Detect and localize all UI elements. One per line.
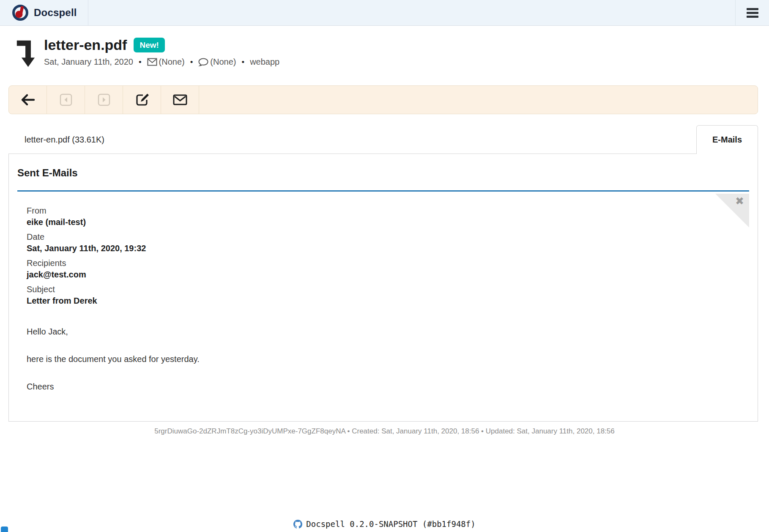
item-date: Sat, January 11th, 2020 [44,57,133,67]
envelope-icon [147,58,157,66]
from-value: eike (mail-test) [27,217,749,228]
recipients-label: Recipients [27,258,749,269]
app-version-label: Docspell 0.2.0-SNAPSHOT (#bb1f948f) [306,519,475,529]
delete-mail-corner[interactable] [715,194,749,228]
brand-home-link[interactable]: Docspell [0,0,88,25]
mail-body-line: Cheers [27,381,749,392]
caret-square-right-icon [98,93,110,106]
arrow-left-icon [21,93,35,106]
send-mail-button[interactable] [161,86,199,114]
comment-icon [198,58,208,66]
correspondent-meta: (None) [147,57,185,67]
mail-body: Hello Jack, here is the document you ask… [27,326,749,392]
item-toolbar [8,85,758,114]
item-header-text: letter-en.pdf New! Sat, January 11th, 20… [44,37,279,70]
sent-emails-heading: Sent E-Mails [17,167,749,179]
date-value: Sat, January 11th, 2020, 19:32 [27,243,749,254]
edit-pencil-icon [135,93,149,107]
prev-item-button[interactable] [47,86,85,114]
hamburger-icon [747,8,758,18]
date-label: Date [27,231,749,243]
concerning-value: (None) [210,57,236,67]
envelope-icon [173,94,187,105]
item-meta-row: Sat, January 11th, 2020 • (None) • [44,57,279,67]
attachment-file-item[interactable]: letter-en.pdf (33.61K) [25,125,104,154]
level-down-arrow-icon [16,38,36,70]
app-footer[interactable]: Docspell 0.2.0-SNAPSHOT (#bb1f948f) [0,519,769,529]
next-item-button[interactable] [85,86,123,114]
attachment-tab-row: letter-en.pdf (33.61K) E-Mails [8,125,758,154]
page: Docspell letter-en.pdf New! Sat, January… [0,0,769,532]
main-menu-button[interactable] [735,0,769,25]
item-header: letter-en.pdf New! Sat, January 11th, 20… [0,26,769,70]
top-navbar: Docspell [0,0,769,26]
new-badge[interactable]: New! [134,38,164,52]
recipients-value: jack@test.com [27,269,749,280]
mail-body-line: Hello Jack, [27,326,749,337]
edit-item-button[interactable] [123,86,161,114]
tab-emails[interactable]: E-Mails [696,125,758,154]
github-icon [293,520,302,529]
source-value: webapp [250,57,279,67]
correspondent-value: (None) [159,57,185,67]
brand-label: Docspell [34,7,77,19]
close-icon[interactable]: ✖ [735,196,744,206]
mail-body-line: here is the document you asked for yeste… [27,354,749,365]
scroll-to-top-button[interactable] [1,527,8,532]
docspell-logo-icon [12,4,29,21]
from-label: From [27,205,749,217]
emails-tab-panel: Sent E-Mails ✖ From eike (mail-test) Dat… [8,154,758,422]
caret-square-left-icon [60,93,72,106]
item-id-meta: 5rgrDiuwaGo-2dZRJmT8zCg-yo3iDyUMPxe-7GgZ… [0,427,769,436]
subject-label: Subject [27,284,749,295]
item-title: letter-en.pdf [44,37,127,53]
back-button[interactable] [9,86,47,114]
sent-mail-item: ✖ From eike (mail-test) Date Sat, Januar… [17,192,749,392]
concerning-meta: (None) [198,57,236,67]
subject-value: Letter from Derek [27,295,749,307]
navbar-spacer [88,0,735,25]
